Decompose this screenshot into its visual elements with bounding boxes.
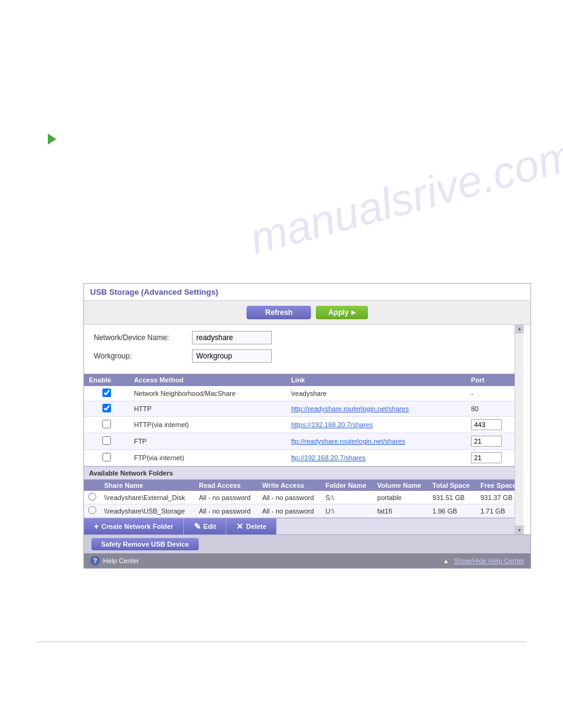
access-table: Enable Access Method Link Port Network N… xyxy=(84,374,523,466)
edit-icon: ✎ xyxy=(194,521,201,531)
help-icon: ? xyxy=(90,556,100,566)
folders-section-title: Available Network Folders xyxy=(84,466,523,480)
folders-table: Share Name Read Access Write Access Fold… xyxy=(84,480,523,518)
form-section: Network/Device Name: Workgroup: xyxy=(84,325,523,374)
col-share-name: Share Name xyxy=(101,480,195,491)
scroll-down-button[interactable]: ▼ xyxy=(515,526,524,534)
col-total-space: Total Space xyxy=(429,480,477,491)
network-device-name-input[interactable] xyxy=(192,331,272,344)
safely-remove-button[interactable]: Safely Remove USB Device xyxy=(91,538,199,550)
folder-read-access-0: All - no password xyxy=(195,491,258,504)
col-select xyxy=(84,480,101,491)
col-link: Link xyxy=(286,374,466,386)
content-wrapper: Network/Device Name: Workgroup: Enable A… xyxy=(84,325,523,534)
access-enable-checkbox-1[interactable] xyxy=(102,404,111,412)
access-enable-checkbox-2[interactable] xyxy=(102,420,111,428)
refresh-button[interactable]: Refresh xyxy=(247,306,311,319)
toolbar: Refresh Apply xyxy=(84,301,530,325)
folder-write-access-1: All - no password xyxy=(258,504,321,518)
access-method-4: FTP(via internet) xyxy=(129,450,286,466)
col-enable: Enable xyxy=(84,374,129,386)
create-network-folder-button[interactable]: + Create Network Folder xyxy=(84,518,184,534)
access-enable-checkbox-3[interactable] xyxy=(102,436,111,445)
workgroup-row: Workgroup: xyxy=(94,349,513,363)
col-access-method: Access Method xyxy=(129,374,286,386)
port-input-2[interactable] xyxy=(471,419,502,430)
folder-radio-0[interactable] xyxy=(88,493,96,501)
access-link-2[interactable]: https://192.168.20.7/shares xyxy=(291,421,373,428)
panel-title: USB Storage (Advanced Settings) xyxy=(84,284,530,301)
folder-total-space-0: 931.51 GB xyxy=(429,491,477,504)
folder-name-1: U:\ xyxy=(322,504,373,518)
folder-total-space-1: 1.96 GB xyxy=(429,504,477,518)
col-folder-name: Folder Name xyxy=(322,480,373,491)
access-method-1: HTTP xyxy=(129,401,286,417)
help-center: ? Help Center ▲ Show/Hide Help Center xyxy=(84,553,530,568)
show-hide-help-link[interactable]: Show/Hide Help Center xyxy=(454,557,524,564)
access-method-2: HTTP(via internet) xyxy=(129,417,286,433)
main-panel: USB Storage (Advanced Settings) Refresh … xyxy=(83,283,531,569)
watermark: manualsrive.com xyxy=(245,129,563,264)
delete-button-label: Delete xyxy=(246,523,266,530)
help-center-label: Help Center xyxy=(103,557,139,564)
bottom-divider xyxy=(37,642,526,642)
access-link-1[interactable]: http://readyshare.routerlogin.net/shares xyxy=(291,405,409,412)
access-method-0: Network Neighborhood/MacShare xyxy=(129,386,286,401)
network-device-name-label: Network/Device Name: xyxy=(94,333,192,342)
access-link-plain-0: \readyshare xyxy=(286,386,466,401)
access-method-3: FTP xyxy=(129,433,286,450)
scrollbar[interactable]: ▲ ▼ xyxy=(515,325,523,534)
plus-icon: + xyxy=(94,521,99,531)
edit-button-label: Edit xyxy=(204,523,216,530)
delete-button[interactable]: ✕ Delete xyxy=(226,518,277,534)
folder-share-name-1: \\readyshare\USB_Storage xyxy=(101,504,195,518)
delete-icon: ✕ xyxy=(236,521,243,531)
workgroup-input[interactable] xyxy=(192,349,272,363)
folder-radio-1[interactable] xyxy=(88,506,96,514)
folder-share-name-0: \\readyshare\External_Disk xyxy=(101,491,195,504)
action-buttons: + Create Network Folder ✎ Edit ✕ Delete xyxy=(84,518,523,534)
col-volume-name: Volume Name xyxy=(373,480,429,491)
edit-button[interactable]: ✎ Edit xyxy=(184,518,227,534)
access-link-3[interactable]: ftp://readyshare.routerlogin.net/shares xyxy=(291,438,405,445)
folder-read-access-1: All - no password xyxy=(195,504,258,518)
help-center-left: ? Help Center xyxy=(90,556,139,566)
folder-name-0: S:\ xyxy=(322,491,373,504)
folder-write-access-0: All - no password xyxy=(258,491,321,504)
access-link-4[interactable]: ftp://192.168.20.7/shares xyxy=(291,454,366,461)
arrow-icon xyxy=(48,134,56,145)
scroll-up-button[interactable]: ▲ xyxy=(515,325,524,333)
bottom-bar: Safely Remove USB Device xyxy=(84,534,530,553)
port-input-3[interactable] xyxy=(471,436,502,447)
network-device-name-row: Network/Device Name: xyxy=(94,331,513,344)
access-enable-checkbox-0[interactable] xyxy=(102,389,111,397)
folder-volume-name-0: portable xyxy=(373,491,429,504)
col-read-access: Read Access xyxy=(195,480,258,491)
workgroup-label: Workgroup: xyxy=(94,352,192,360)
col-write-access: Write Access xyxy=(258,480,321,491)
create-button-label: Create Network Folder xyxy=(101,523,173,530)
folder-volume-name-1: fat16 xyxy=(373,504,429,518)
access-enable-checkbox-4[interactable] xyxy=(102,453,111,461)
apply-button[interactable]: Apply xyxy=(316,306,367,319)
port-input-4[interactable] xyxy=(471,452,502,463)
